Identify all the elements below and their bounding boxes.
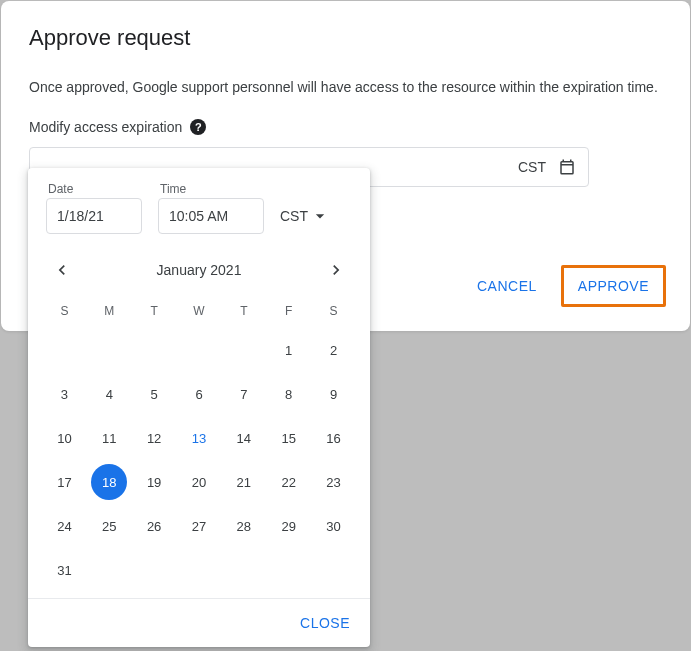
calendar-day-empty bbox=[42, 330, 87, 370]
close-button[interactable]: CLOSE bbox=[288, 607, 362, 639]
calendar-day[interactable]: 16 bbox=[311, 418, 356, 458]
calendar-day-empty bbox=[132, 330, 177, 370]
time-input[interactable] bbox=[158, 198, 264, 234]
calendar-day-empty bbox=[87, 330, 132, 370]
calendar-day[interactable]: 24 bbox=[42, 506, 87, 546]
chevron-down-icon bbox=[310, 206, 330, 226]
chevron-right-icon bbox=[326, 260, 346, 280]
chevron-left-icon bbox=[52, 260, 72, 280]
time-field: Time bbox=[158, 182, 264, 234]
day-of-week-header: S bbox=[311, 296, 356, 326]
calendar-day[interactable]: 3 bbox=[42, 374, 87, 414]
date-input[interactable] bbox=[46, 198, 142, 234]
approve-button-highlight: APPROVE bbox=[561, 265, 666, 307]
month-nav: January 2021 bbox=[28, 244, 370, 292]
calendar-day[interactable]: 11 bbox=[87, 418, 132, 458]
day-of-week-header: F bbox=[266, 296, 311, 326]
timezone-label: CST bbox=[280, 208, 308, 224]
calendar-day-empty bbox=[221, 330, 266, 370]
calendar-day[interactable]: 17 bbox=[42, 462, 87, 502]
calendar-day[interactable]: 15 bbox=[266, 418, 311, 458]
calendar-day[interactable]: 14 bbox=[221, 418, 266, 458]
calendar-day[interactable]: 13 bbox=[177, 418, 222, 458]
calendar-icon[interactable] bbox=[558, 158, 576, 176]
picker-footer: CLOSE bbox=[28, 598, 370, 647]
datetime-tz: CST bbox=[518, 159, 546, 175]
calendar-day[interactable]: 1 bbox=[266, 330, 311, 370]
calendar-day[interactable]: 21 bbox=[221, 462, 266, 502]
date-picker-popover: Date Time CST January 2021 SMTWTFS123456… bbox=[28, 168, 370, 647]
calendar-day[interactable]: 4 bbox=[87, 374, 132, 414]
time-field-label: Time bbox=[158, 182, 264, 196]
calendar-day[interactable]: 19 bbox=[132, 462, 177, 502]
calendar-day[interactable]: 5 bbox=[132, 374, 177, 414]
day-of-week-header: T bbox=[221, 296, 266, 326]
timezone-selector[interactable]: CST bbox=[280, 198, 330, 234]
day-of-week-header: M bbox=[87, 296, 132, 326]
calendar-day[interactable]: 2 bbox=[311, 330, 356, 370]
calendar-day[interactable]: 8 bbox=[266, 374, 311, 414]
date-field: Date bbox=[46, 182, 142, 234]
calendar-day[interactable]: 25 bbox=[87, 506, 132, 546]
day-of-week-header: S bbox=[42, 296, 87, 326]
picker-inputs: Date Time CST bbox=[28, 168, 370, 244]
date-field-label: Date bbox=[46, 182, 142, 196]
cancel-button[interactable]: CANCEL bbox=[465, 270, 549, 302]
next-month-button[interactable] bbox=[322, 256, 350, 284]
prev-month-button[interactable] bbox=[48, 256, 76, 284]
dialog-actions: CANCEL APPROVE bbox=[465, 265, 666, 307]
calendar-day[interactable]: 31 bbox=[42, 550, 87, 590]
help-icon[interactable]: ? bbox=[190, 119, 206, 135]
calendar-grid: SMTWTFS123456789101112131415161718192021… bbox=[28, 292, 370, 598]
calendar-day-empty bbox=[177, 330, 222, 370]
calendar-day[interactable]: 23 bbox=[311, 462, 356, 502]
calendar-day[interactable]: 27 bbox=[177, 506, 222, 546]
calendar-day[interactable]: 29 bbox=[266, 506, 311, 546]
dialog-description: Once approved, Google support personnel … bbox=[29, 79, 662, 95]
calendar-day[interactable]: 28 bbox=[221, 506, 266, 546]
calendar-day[interactable]: 22 bbox=[266, 462, 311, 502]
modify-expiration-label-row: Modify access expiration ? bbox=[29, 119, 662, 135]
dialog-title: Approve request bbox=[29, 25, 662, 51]
day-of-week-header: W bbox=[177, 296, 222, 326]
approve-button[interactable]: APPROVE bbox=[566, 270, 661, 302]
day-of-week-header: T bbox=[132, 296, 177, 326]
calendar-day[interactable]: 20 bbox=[177, 462, 222, 502]
calendar-day[interactable]: 30 bbox=[311, 506, 356, 546]
calendar-day[interactable]: 10 bbox=[42, 418, 87, 458]
calendar-day[interactable]: 6 bbox=[177, 374, 222, 414]
modify-expiration-label: Modify access expiration bbox=[29, 119, 182, 135]
calendar-day[interactable]: 9 bbox=[311, 374, 356, 414]
calendar-day[interactable]: 12 bbox=[132, 418, 177, 458]
calendar-day[interactable]: 7 bbox=[221, 374, 266, 414]
calendar-day[interactable]: 18 bbox=[87, 462, 132, 502]
month-label: January 2021 bbox=[76, 262, 322, 278]
calendar-day[interactable]: 26 bbox=[132, 506, 177, 546]
